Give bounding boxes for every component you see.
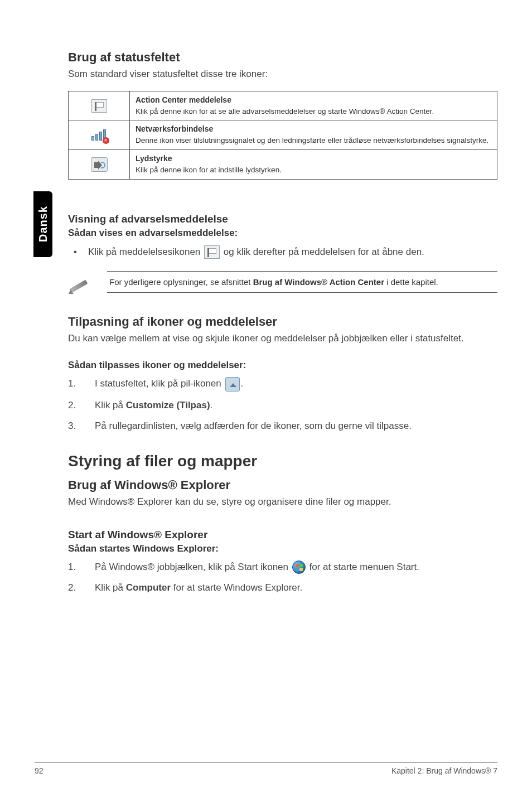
start-orb-icon: [292, 561, 306, 574]
table-row: Action Center meddelelse Klik på denne i…: [69, 91, 497, 120]
pencil-icon: [68, 274, 90, 297]
bullet-line: • Klik på meddelelsesikonen og klik dere…: [88, 244, 497, 260]
steps-tilpas: I statusfeltet, klik på pil-ikonen . Kli…: [68, 376, 497, 433]
bullet-dot: •: [74, 244, 77, 260]
steps-start: På Windows® jobbjælken, klik på Start ik…: [68, 560, 497, 595]
note-box: For yderligere oplysninger, se afsnittet…: [107, 271, 497, 293]
step-text-end: .: [241, 378, 244, 389]
list-item: Klik på Customize (Tilpas).: [68, 398, 497, 413]
list-item: I statusfeltet, klik på pil-ikonen .: [68, 376, 497, 392]
network-icon: ×: [90, 127, 108, 143]
heading-tilpasning: Tilpasning af ikoner og meddelelser: [68, 315, 497, 329]
note-text-1: For yderligere oplysninger, se afsnittet: [109, 277, 253, 287]
intro-explorer: Med Windows® Explorer kan du se, styre o…: [68, 496, 497, 509]
list-item: På Windows® jobbjælken, klik på Start ik…: [68, 560, 497, 574]
arrow-up-icon: [225, 377, 240, 392]
list-item: På rullegardinlisten, vælg adfærden for …: [68, 419, 497, 433]
page-content: Brug af statusfeltet Som standard viser …: [68, 50, 497, 602]
language-side-tab: Dansk: [33, 191, 52, 257]
note-bold: Brug af Windows® Action Center: [253, 277, 384, 287]
volume-icon-cell: [69, 150, 130, 180]
page-number: 92: [35, 766, 43, 775]
note-pencil-cell: [68, 271, 107, 299]
heading-visning-sub: Sådan vises en advarselsmeddelelse:: [68, 228, 497, 239]
step-text: Klik på: [95, 400, 126, 410]
step-text: Klik på: [95, 582, 126, 593]
row-desc: Klik på denne ikon for at indstille lyds…: [136, 166, 282, 174]
step-text-end: .: [210, 400, 213, 410]
step-text: På rullegardinlisten, vælg adfærden for …: [95, 421, 412, 431]
note-text-2: i dette kapitel.: [384, 277, 438, 287]
chapter-label: Kapitel 2: Brug af Windows® 7: [391, 766, 497, 775]
action-center-icon-cell: [69, 91, 130, 120]
table-row: Lydstyrke Klik på denne ikon for at inds…: [69, 150, 497, 180]
action-center-text-cell: Action Center meddelelse Klik på denne i…: [130, 91, 497, 120]
note-row: For yderligere oplysninger, se afsnittet…: [68, 271, 497, 299]
bullet-text-1: Klik på meddelelsesikonen: [88, 247, 203, 257]
volume-text-cell: Lydstyrke Klik på denne ikon for at inds…: [130, 150, 497, 180]
heading-styring: Styring af filer og mapper: [68, 452, 497, 470]
row-title: Lydstyrke: [136, 154, 491, 163]
heading-explorer: Brug af Windows® Explorer: [68, 478, 497, 492]
step-text: I statusfeltet, klik på pil-ikonen: [95, 378, 224, 389]
step-bold: Customize (Tilpas): [126, 400, 210, 410]
volume-icon: [91, 157, 108, 172]
row-title: Netværksforbindelse: [136, 124, 491, 133]
language-label: Dansk: [37, 206, 50, 242]
list-item: Klik på Computer for at starte Windows E…: [68, 581, 497, 595]
row-title: Action Center meddelelse: [136, 95, 491, 104]
table-row: × Netværksforbindelse Denne ikon viser t…: [69, 120, 497, 150]
flag-icon: [91, 99, 107, 113]
row-desc: Denne ikon viser tilslutningssignalet og…: [136, 136, 489, 144]
heading-statusfeltet: Brug af statusfeltet: [68, 50, 497, 65]
step-bold: Computer: [126, 582, 171, 593]
heading-start: Start af Windows® Explorer: [68, 529, 497, 541]
network-text-cell: Netværksforbindelse Denne ikon viser til…: [130, 120, 497, 150]
step-text-end: for at starte Windows Explorer.: [171, 582, 302, 593]
heading-tilpasses: Sådan tilpasses ikoner og meddelelser:: [68, 360, 497, 371]
heading-start-sub: Sådan startes Windows Explorer:: [68, 543, 497, 554]
status-icon-table: Action Center meddelelse Klik på denne i…: [68, 91, 497, 180]
bullet-text-2: og klik derefter på meddelelsen for at å…: [224, 247, 424, 257]
page-footer: 92 Kapitel 2: Brug af Windows® 7: [35, 762, 497, 775]
row-desc: Klik på denne ikon for at se alle advars…: [136, 107, 434, 115]
intro-tilpasning: Du kan vælge mellem at vise og skjule ik…: [68, 332, 497, 345]
intro-statusfeltet: Som standard viser statusfeltet disse tr…: [68, 68, 497, 81]
step-text: På Windows® jobbjælken, klik på Start ik…: [95, 562, 291, 572]
step-text-end: for at starte menuen Start.: [309, 562, 419, 572]
heading-visning: Visning af advarselsmeddelelse: [68, 213, 497, 225]
flag-icon: [204, 245, 220, 259]
network-icon-cell: ×: [69, 120, 130, 150]
